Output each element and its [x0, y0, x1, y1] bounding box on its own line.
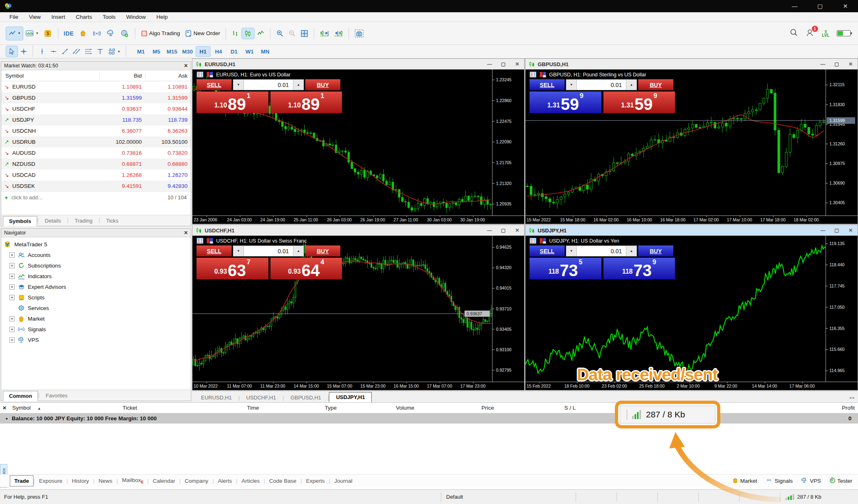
column-time[interactable]: Time	[197, 405, 262, 411]
algo-trading-button[interactable]: Algo Trading	[139, 27, 182, 40]
tab-ticks[interactable]: Ticks	[100, 216, 125, 226]
chart-canvas[interactable]: GBPUSD, H1: Pound Sterling vs US Dollar …	[525, 69, 858, 224]
navigator-item-vps[interactable]: +VPS	[4, 335, 191, 345]
timeframe-mn[interactable]: MN	[258, 46, 273, 57]
sell-button[interactable]: SELL	[197, 245, 232, 256]
chart-window-titlebar[interactable]: USDCHF,H1 —▢✕	[192, 225, 524, 236]
community-icon[interactable]	[118, 27, 132, 40]
buy-price-box[interactable]: 1.31599	[603, 91, 675, 113]
market-watch-row[interactable]: ↘EURUSD1.108911.10891	[1, 81, 191, 92]
sell-price-box[interactable]: 1.10891	[197, 91, 268, 113]
volume-value[interactable]: 0.01	[244, 246, 293, 256]
maximize-button[interactable]: ▢	[496, 227, 510, 233]
timeframe-d1[interactable]: D1	[227, 46, 241, 57]
tree-expand-icon[interactable]: +	[9, 316, 15, 321]
minimize-button[interactable]: —	[782, 0, 807, 12]
close-button[interactable]: ✕	[833, 0, 858, 12]
close-button[interactable]: ✕	[510, 227, 524, 233]
toolbox-tab-company[interactable]: Company	[181, 476, 212, 486]
shortcut-tester[interactable]: Tester	[829, 477, 852, 484]
depth-of-market-icon[interactable]	[197, 238, 203, 244]
timeframe-m30[interactable]: M30	[180, 46, 195, 57]
chevron-down-icon[interactable]: ▼	[18, 31, 21, 35]
market-watch-row[interactable]: ↘USDSEK9.415919.42830	[1, 181, 191, 192]
chart-tab-eurusd-h1[interactable]: EURUSD,H1	[194, 393, 238, 402]
tree-expand-icon[interactable]: +	[9, 337, 15, 343]
depth-of-market-icon[interactable]	[197, 71, 203, 78]
zoom-in-icon[interactable]	[274, 28, 286, 39]
tree-expand-icon[interactable]: +	[9, 284, 15, 290]
minimize-button[interactable]: —	[816, 227, 830, 233]
volume-decrease-button[interactable]: ▼	[233, 246, 244, 256]
buy-button[interactable]: BUY	[638, 245, 673, 256]
panel-toggle-icon[interactable]	[539, 71, 546, 78]
column-symbol[interactable]: Symbol	[1, 73, 99, 79]
toolbox-tab-exposure[interactable]: Exposure	[35, 476, 66, 486]
navigator-item-expert-advisors[interactable]: +Expert Advisors	[4, 281, 191, 292]
search-icon[interactable]	[789, 28, 798, 38]
shapes-icon[interactable]: ▼	[106, 46, 123, 57]
navigator-item-scripts[interactable]: +Scripts	[4, 292, 191, 303]
buy-price-box[interactable]: 0.93644	[270, 258, 342, 279]
screenshot-icon[interactable]	[352, 28, 366, 39]
horizontal-line-icon[interactable]	[48, 46, 59, 57]
market-watch-row[interactable]: ↗USDJPY118.735118.739	[1, 114, 191, 125]
fibonacci-icon[interactable]	[82, 46, 94, 57]
depth-of-market-icon[interactable]	[530, 71, 536, 78]
toolbox-tab-mailbox[interactable]: Mailbox6	[118, 475, 147, 486]
volume-increase-button[interactable]: ▲	[293, 246, 304, 256]
new-order-button[interactable]: New Order	[182, 27, 222, 40]
market-watch-row[interactable]: ↘USDCNH6.360776.36263	[1, 125, 191, 136]
menu-window[interactable]: Window	[121, 13, 151, 21]
column-type[interactable]: Type	[262, 405, 340, 411]
tree-expand-icon[interactable]: +	[9, 295, 15, 300]
chart-canvas[interactable]: USDCHF, H1: US Dollar vs Swiss Franc SEL…	[192, 236, 524, 390]
menu-charts[interactable]: Charts	[71, 13, 98, 21]
menu-view[interactable]: View	[24, 13, 46, 21]
volume-increase-button[interactable]: ▲	[626, 80, 637, 90]
tab-symbols[interactable]: Symbols	[3, 216, 37, 226]
timeframe-m5[interactable]: M5	[149, 46, 164, 57]
toolbox-tab-trade[interactable]: Trade	[10, 475, 34, 486]
crosshair-icon[interactable]	[18, 46, 29, 57]
navigator-item-subscriptions[interactable]: +Subscriptions	[4, 260, 191, 271]
market-watch-row[interactable]: ↘USDCHF0.936370.93644	[1, 103, 191, 114]
minimize-button[interactable]: —	[483, 61, 496, 67]
menu-tools[interactable]: Tools	[97, 13, 121, 21]
close-button[interactable]: ✕	[510, 61, 524, 67]
volume-increase-button[interactable]: ▲	[626, 246, 637, 256]
toolbox-tab-code-base[interactable]: Code Base	[265, 476, 301, 486]
tab-common[interactable]: Common	[3, 391, 38, 401]
volume-decrease-button[interactable]: ▼	[233, 80, 244, 90]
toolbox-tab-calendar[interactable]: Calendar	[149, 476, 179, 486]
column-sl[interactable]: S / L	[497, 405, 579, 411]
depth-of-market-icon[interactable]	[530, 238, 536, 244]
trendline-icon[interactable]	[59, 46, 71, 57]
close-button[interactable]: ✕	[844, 227, 858, 233]
timeframe-h1[interactable]: H1	[196, 46, 210, 57]
navigator-root[interactable]: MetaTrader 5	[4, 239, 191, 250]
text-tool-icon[interactable]	[94, 46, 106, 57]
shortcut-vps[interactable]: VPS	[801, 477, 821, 484]
column-ask[interactable]: Ask	[145, 73, 191, 79]
buy-price-box[interactable]: 1.10891	[270, 91, 342, 113]
timeframe-h4[interactable]: H4	[211, 46, 226, 57]
toolbox-tab-journal[interactable]: Journal	[330, 476, 356, 486]
ide-button[interactable]: IDE	[62, 27, 76, 40]
chart-tab-usdjpy-h1[interactable]: USDJPY,H1	[329, 392, 372, 402]
tab-scroll-arrows[interactable]: ◂ ▸	[849, 395, 855, 402]
line-chart-style-icon[interactable]	[255, 28, 267, 39]
tree-expand-icon[interactable]: +	[9, 263, 15, 268]
volume-decrease-button[interactable]: ▼	[566, 80, 577, 90]
navigator-item-market[interactable]: +Market	[4, 313, 191, 324]
close-button[interactable]: ✕	[844, 61, 858, 67]
chart-window-titlebar[interactable]: GBPUSD,H1 —▢✕	[525, 59, 858, 69]
timeframe-m1[interactable]: M1	[134, 46, 148, 57]
cursor-icon[interactable]	[6, 46, 18, 57]
level-indicator[interactable]: ⇧LVL	[822, 30, 829, 37]
timeframe-m15[interactable]: M15	[165, 46, 179, 57]
auto-scroll-icon[interactable]	[331, 28, 345, 39]
maximize-button[interactable]: ▢	[830, 61, 844, 67]
close-icon[interactable]: ✕	[184, 230, 188, 236]
toolbox-tab-articles[interactable]: Articles	[237, 476, 264, 486]
